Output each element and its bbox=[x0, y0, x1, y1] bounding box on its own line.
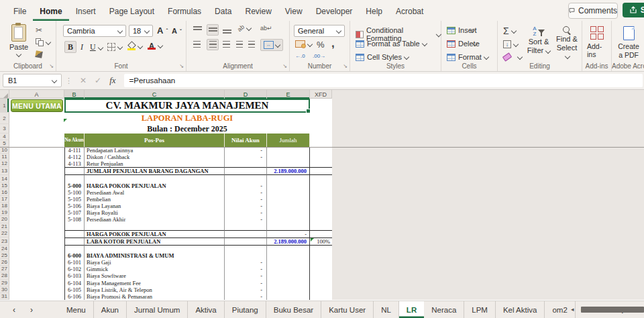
cell-A30[interactable] bbox=[9, 286, 64, 293]
cell-xfd-14[interactable] bbox=[310, 175, 332, 182]
table-header-jumlah[interactable]: Jumlah bbox=[267, 134, 310, 147]
cell-A16[interactable] bbox=[9, 189, 64, 196]
cell-code-25[interactable]: 6-000 bbox=[64, 252, 85, 259]
cell-xfd-31[interactable] bbox=[310, 293, 332, 300]
wrap-text-button[interactable]: ab↵ bbox=[260, 25, 272, 32]
grow-font-button[interactable]: Aˆ bbox=[157, 25, 168, 36]
cell-code-17[interactable]: 5-105 bbox=[64, 196, 85, 203]
cell-nilai-16[interactable]: - bbox=[225, 189, 267, 196]
sheet-tab-lpm[interactable]: LPM bbox=[464, 301, 496, 318]
cell-A18[interactable] bbox=[9, 203, 64, 209]
row-header-11[interactable]: 11 bbox=[0, 154, 9, 160]
scroll-left-arrow[interactable]: ◂ bbox=[571, 306, 574, 313]
cell-A15[interactable] bbox=[9, 182, 64, 189]
cell-desc-15[interactable]: HARGA POKOK PENJUALAN bbox=[85, 182, 225, 189]
cell-nilai-23[interactable] bbox=[225, 237, 267, 246]
delete-cells-button[interactable]: Delete bbox=[447, 40, 480, 48]
italic-button[interactable]: I bbox=[80, 42, 83, 52]
cell-XFD1[interactable] bbox=[310, 99, 332, 113]
row-header-17[interactable]: 17 bbox=[0, 196, 9, 203]
cell-desc-23[interactable]: LABA KOTOR PENJUALAN bbox=[85, 237, 225, 246]
row-header-4[interactable]: 4 bbox=[0, 134, 9, 140]
row-header-18[interactable]: 18 bbox=[0, 203, 9, 209]
shrink-font-button[interactable]: Aˇ bbox=[172, 27, 182, 35]
cell-A31[interactable] bbox=[9, 293, 64, 300]
paste-button[interactable]: Paste bbox=[5, 24, 32, 56]
autosum-button[interactable]: Σ bbox=[503, 25, 516, 36]
cell-jumlah-29[interactable] bbox=[267, 280, 310, 286]
row-header-3[interactable]: 3 bbox=[0, 124, 9, 134]
cell-code-31[interactable]: 6-106 bbox=[64, 293, 85, 300]
cell-xfd-15[interactable] bbox=[310, 182, 332, 189]
cell-desc-27[interactable]: Gimmick bbox=[85, 266, 225, 272]
cut-button[interactable]: ✂ bbox=[36, 25, 42, 35]
cell-jumlah-15[interactable] bbox=[267, 182, 310, 189]
cell-code-11[interactable]: 4-112 bbox=[64, 154, 85, 160]
merge-center-button[interactable]: ↔ bbox=[260, 39, 283, 51]
cell-code-27[interactable]: 6-102 bbox=[64, 266, 85, 272]
cell-jumlah-23[interactable]: 2.189.000.000 bbox=[267, 237, 310, 246]
cell-nilai-27[interactable]: - bbox=[225, 266, 267, 272]
addins-button[interactable]: Add-ins bbox=[587, 26, 607, 58]
column-header-D[interactable]: D bbox=[225, 90, 267, 99]
cell-jumlah-28[interactable] bbox=[267, 272, 310, 279]
cell-XFD2[interactable] bbox=[310, 113, 332, 124]
bottom-align-button[interactable] bbox=[223, 26, 231, 34]
cell-desc-17[interactable]: Pembelian bbox=[85, 196, 225, 203]
cell-desc-31[interactable]: Biaya Promosi & Pemasaran bbox=[85, 293, 225, 300]
cell-code-15[interactable]: 5-000 bbox=[64, 182, 85, 189]
cell-A19[interactable] bbox=[9, 209, 64, 216]
cell-code-12[interactable]: 4-113 bbox=[64, 160, 85, 167]
cell-nilai-10[interactable]: - bbox=[225, 147, 267, 154]
cell-XFD3[interactable] bbox=[310, 124, 332, 134]
sheet-tab-piutang[interactable]: Piutang bbox=[225, 301, 266, 318]
fill-button[interactable]: ↓ bbox=[503, 40, 518, 48]
font-color-button[interactable]: A bbox=[148, 42, 162, 50]
font-dialog-launcher[interactable]: ↘ bbox=[179, 63, 184, 69]
next-sheet-arrow[interactable]: › bbox=[23, 301, 40, 318]
underline-button[interactable]: U bbox=[90, 42, 103, 52]
name-box[interactable]: B1 bbox=[3, 74, 62, 87]
row-headers-4-5[interactable]: 4 5 bbox=[0, 134, 9, 147]
cell-nilai-25[interactable] bbox=[225, 252, 267, 259]
format-as-table-button[interactable]: Format as Table bbox=[356, 40, 427, 48]
cell-xfd-27[interactable] bbox=[310, 266, 332, 272]
cell-nilai-22[interactable] bbox=[225, 230, 267, 237]
cell-A17[interactable] bbox=[9, 196, 64, 203]
row-header-22[interactable]: 22 bbox=[0, 230, 9, 237]
cell-nilai-31[interactable]: - bbox=[225, 293, 267, 300]
cell-code-26[interactable]: 6-101 bbox=[64, 259, 85, 266]
row-header-12[interactable]: 12 bbox=[0, 160, 9, 167]
row-header-19[interactable]: 19 bbox=[0, 209, 9, 216]
cell-code-10[interactable]: 4-111 bbox=[64, 147, 85, 154]
column-header-E[interactable]: E bbox=[267, 90, 310, 99]
cell-code-28[interactable]: 6-103 bbox=[64, 272, 85, 279]
sheet-tab-menu[interactable]: Menu bbox=[59, 301, 94, 318]
cell-desc-26[interactable]: Biaya Gaji bbox=[85, 259, 225, 266]
bold-button[interactable]: B bbox=[64, 41, 76, 53]
cell-desc-16[interactable]: Persediaan Awal bbox=[85, 189, 225, 196]
cell-A29[interactable] bbox=[9, 280, 64, 286]
cell-jumlah-13[interactable]: 2.189.000.000 bbox=[267, 167, 310, 175]
sheet-tab-kartu-user[interactable]: Kartu User bbox=[321, 301, 374, 318]
cell-A14[interactable] bbox=[9, 175, 64, 182]
row-header-21[interactable]: 21 bbox=[0, 223, 9, 230]
cell-B3-period[interactable]: Bulan : December 2025 bbox=[64, 124, 310, 134]
column-header-XFD[interactable]: XFD bbox=[310, 90, 332, 99]
cell-A11[interactable] bbox=[9, 154, 64, 160]
cell-A26[interactable] bbox=[9, 259, 64, 266]
cell-A27[interactable] bbox=[9, 266, 64, 272]
row-header-24[interactable]: 24 bbox=[0, 246, 9, 252]
clear-button[interactable] bbox=[503, 54, 522, 60]
sheet-tab-jurnal-umum[interactable]: Jurnal Umum bbox=[127, 301, 188, 318]
cell-desc-28[interactable]: Biaya Sowftware bbox=[85, 272, 225, 279]
cell-nilai-12[interactable] bbox=[225, 160, 267, 167]
copy-button[interactable] bbox=[36, 38, 50, 46]
cell-desc-30[interactable]: Biaya Listrik, Air & Telepon bbox=[85, 286, 225, 293]
borders-button[interactable] bbox=[107, 43, 122, 51]
top-align-button[interactable] bbox=[193, 26, 202, 34]
enter-icon[interactable]: ✓ bbox=[91, 76, 105, 85]
cell-xfd-24[interactable] bbox=[310, 246, 332, 252]
cell-nilai-18[interactable]: - bbox=[225, 203, 267, 209]
cell-xfd-29[interactable] bbox=[310, 280, 332, 286]
